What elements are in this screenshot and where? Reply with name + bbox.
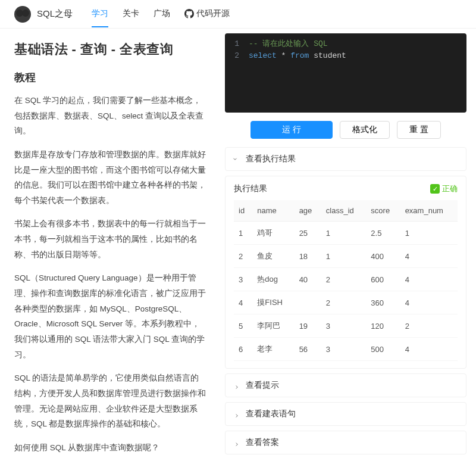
table-row: 2鱼皮1814004 bbox=[234, 245, 458, 268]
github-icon bbox=[184, 9, 194, 18]
nav-tab-3[interactable]: 代码开源 bbox=[184, 1, 230, 27]
table-cell: 李阿巴 bbox=[252, 314, 294, 338]
editor-line: 1-- 请在此处输入 SQL bbox=[225, 38, 466, 50]
check-icon: ✓ bbox=[430, 184, 440, 194]
reset-button[interactable]: 重 置 bbox=[397, 121, 441, 139]
accordion-header[interactable]: 查看答案 bbox=[226, 431, 466, 454]
tutorial-paragraph: 在 SQL 学习的起点，我们需要了解一些基本概念，包括数据库、数据表、SQL、s… bbox=[14, 93, 206, 139]
table-cell: 2.5 bbox=[366, 222, 400, 245]
table-cell: 19 bbox=[295, 314, 321, 338]
table-cell: 4 bbox=[234, 291, 252, 314]
tutorial-heading: 教程 bbox=[14, 70, 206, 85]
chevron-right-icon bbox=[234, 382, 240, 388]
table-cell: 500 bbox=[366, 338, 400, 361]
table-cell: 40 bbox=[295, 268, 321, 291]
app-logo bbox=[14, 6, 31, 23]
line-number: 2 bbox=[225, 50, 249, 62]
run-button[interactable]: 运 行 bbox=[250, 121, 333, 139]
chevron-right-icon bbox=[234, 411, 240, 417]
nav-tabs: 学习关卡广场代码开源 bbox=[92, 1, 230, 27]
table-row: 5李阿巴1931202 bbox=[234, 314, 458, 338]
table-header-cell: age bbox=[295, 200, 321, 222]
tutorial-paragraph: 如何使用 SQL 从数据库中查询数据呢？ bbox=[14, 440, 206, 456]
table-cell: 3 bbox=[234, 268, 252, 291]
table-cell: 120 bbox=[366, 314, 400, 338]
table-header-cell: name bbox=[252, 200, 294, 222]
accordion-2: 查看答案 bbox=[225, 431, 466, 454]
result-card: 执行结果 ✓ 正确 idnameageclass_idscoreexam_num… bbox=[225, 176, 466, 369]
tutorial-content: 在 SQL 学习的起点，我们需要了解一些基本概念，包括数据库、数据表、SQL、s… bbox=[14, 93, 206, 464]
table-cell: 5 bbox=[234, 314, 252, 338]
table-row: 3热dog4026004 bbox=[234, 268, 458, 291]
table-cell: 4 bbox=[400, 338, 458, 361]
line-content: select * from student bbox=[249, 50, 466, 62]
table-cell: 鱼皮 bbox=[252, 245, 294, 268]
table-cell: 2 bbox=[400, 314, 458, 338]
table-cell: 1 bbox=[321, 222, 367, 245]
app-title: SQL之母 bbox=[37, 8, 73, 20]
accordion-label: 查看建表语句 bbox=[246, 409, 296, 419]
table-cell: 600 bbox=[366, 268, 400, 291]
tutorial-paragraph: 书架上会有很多本书，数据表中的每一行就相当于一本书，每一列就相当于这本书的属性，… bbox=[14, 216, 206, 262]
table-cell: 6 bbox=[234, 338, 252, 361]
accordion-label: 查看答案 bbox=[246, 437, 279, 448]
tutorial-paragraph: 数据库是存放专门存放和管理数据的库。数据库就好比是一座大型的图书馆，而这个图书馆… bbox=[14, 147, 206, 208]
table-cell: 2 bbox=[321, 268, 367, 291]
table-header-cell: class_id bbox=[321, 200, 367, 222]
result-badge: ✓ 正确 bbox=[430, 183, 458, 194]
table-cell: 老李 bbox=[252, 338, 294, 361]
main-layout: 基础语法 - 查询 - 全表查询 教程 在 SQL 学习的起点，我们需要了解一些… bbox=[0, 29, 476, 464]
action-bar: 运 行 格式化 重 置 bbox=[225, 121, 466, 139]
result-table: idnameageclass_idscoreexam_num 1鸡哥2512.5… bbox=[234, 200, 458, 361]
tutorial-paragraph: SQL 的语法是简单易学的，它使用类似自然语言的结构，方便开发人员和数据库管理员… bbox=[14, 370, 206, 432]
table-cell: 25 bbox=[295, 222, 321, 245]
results-accordion-label: 查看执行结果 bbox=[246, 154, 296, 164]
accordion-0: 查看提示 bbox=[225, 373, 466, 397]
editor-panel: 1-- 请在此处输入 SQL2select * from student 运 行… bbox=[220, 29, 476, 464]
result-header: 执行结果 ✓ 正确 bbox=[234, 183, 458, 194]
nav-tab-2[interactable]: 广场 bbox=[154, 1, 170, 27]
table-cell: 1 bbox=[400, 222, 458, 245]
chevron-right-icon bbox=[234, 440, 240, 446]
table-cell: 2 bbox=[321, 291, 367, 314]
table-row: 4摸FISH23604 bbox=[234, 291, 458, 314]
lesson-panel: 基础语法 - 查询 - 全表查询 教程 在 SQL 学习的起点，我们需要了解一些… bbox=[0, 29, 220, 464]
chevron-down-icon bbox=[234, 156, 240, 162]
table-cell: 4 bbox=[400, 245, 458, 268]
table-cell: 1 bbox=[321, 245, 367, 268]
tutorial-paragraph: SQL（Structured Query Language）是一种用于管理、操作… bbox=[14, 270, 206, 362]
table-cell: 摸FISH bbox=[252, 291, 294, 314]
result-title: 执行结果 bbox=[234, 183, 267, 194]
line-number: 1 bbox=[225, 38, 249, 50]
table-cell: 4 bbox=[400, 291, 458, 314]
app-header: SQL之母 学习关卡广场代码开源 bbox=[0, 0, 476, 29]
accordion-1: 查看建表语句 bbox=[225, 402, 466, 426]
table-cell: 热dog bbox=[252, 268, 294, 291]
table-cell: 3 bbox=[321, 314, 367, 338]
accordion-header[interactable]: 查看提示 bbox=[226, 374, 466, 397]
table-cell: 1 bbox=[234, 222, 252, 245]
table-header-cell: id bbox=[234, 200, 252, 222]
accordion-label: 查看提示 bbox=[246, 380, 279, 391]
table-header-cell: exam_num bbox=[400, 200, 458, 222]
lesson-title: 基础语法 - 查询 - 全表查询 bbox=[14, 41, 206, 58]
line-content: -- 请在此处输入 SQL bbox=[249, 38, 466, 50]
sql-editor[interactable]: 1-- 请在此处输入 SQL2select * from student bbox=[225, 33, 466, 113]
results-accordion-header[interactable]: 查看执行结果 bbox=[226, 148, 466, 170]
table-cell bbox=[295, 291, 321, 314]
accordion-header[interactable]: 查看建表语句 bbox=[226, 403, 466, 425]
table-header-cell: score bbox=[366, 200, 400, 222]
nav-tab-0[interactable]: 学习 bbox=[92, 1, 108, 27]
format-button[interactable]: 格式化 bbox=[340, 121, 390, 139]
result-badge-text: 正确 bbox=[442, 183, 458, 194]
table-cell: 3 bbox=[321, 338, 367, 361]
table-cell: 400 bbox=[366, 245, 400, 268]
editor-line: 2select * from student bbox=[225, 50, 466, 62]
table-cell: 360 bbox=[366, 291, 400, 314]
table-row: 1鸡哥2512.51 bbox=[234, 222, 458, 245]
table-cell: 2 bbox=[234, 245, 252, 268]
table-cell: 18 bbox=[295, 245, 321, 268]
table-row: 6老李5635004 bbox=[234, 338, 458, 361]
nav-tab-1[interactable]: 关卡 bbox=[123, 1, 139, 27]
table-cell: 鸡哥 bbox=[252, 222, 294, 245]
